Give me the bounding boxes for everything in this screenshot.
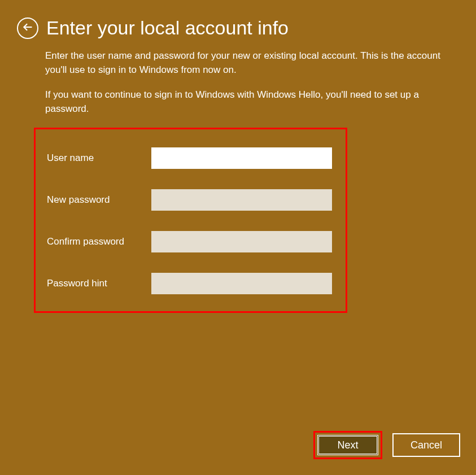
header: Enter your local account info bbox=[0, 0, 476, 39]
new-password-input[interactable] bbox=[151, 189, 332, 211]
form-row-new-password: New password bbox=[47, 189, 334, 211]
description-block: Enter the user name and password for you… bbox=[0, 39, 476, 116]
description-paragraph-2: If you want to continue to sign in to Wi… bbox=[45, 88, 442, 116]
back-button[interactable] bbox=[17, 18, 38, 39]
new-password-label: New password bbox=[47, 194, 151, 206]
username-label: User name bbox=[47, 152, 151, 164]
cancel-button[interactable]: Cancel bbox=[392, 433, 460, 457]
form-highlight-box: User name New password Confirm password … bbox=[34, 128, 347, 313]
form-row-password-hint: Password hint bbox=[47, 273, 334, 294]
confirm-password-label: Confirm password bbox=[47, 236, 151, 247]
page-title: Enter your local account info bbox=[46, 17, 289, 39]
form-row-username: User name bbox=[47, 147, 334, 169]
confirm-password-input[interactable] bbox=[151, 231, 332, 252]
footer-buttons: Next Cancel bbox=[313, 431, 460, 459]
form-row-confirm-password: Confirm password bbox=[47, 231, 334, 252]
username-input[interactable] bbox=[151, 147, 332, 169]
back-arrow-icon bbox=[22, 21, 33, 35]
password-hint-label: Password hint bbox=[47, 278, 151, 289]
next-button[interactable]: Next bbox=[317, 435, 378, 455]
next-button-highlight: Next bbox=[313, 431, 382, 459]
description-paragraph-1: Enter the user name and password for you… bbox=[45, 49, 442, 77]
password-hint-input[interactable] bbox=[151, 273, 332, 294]
